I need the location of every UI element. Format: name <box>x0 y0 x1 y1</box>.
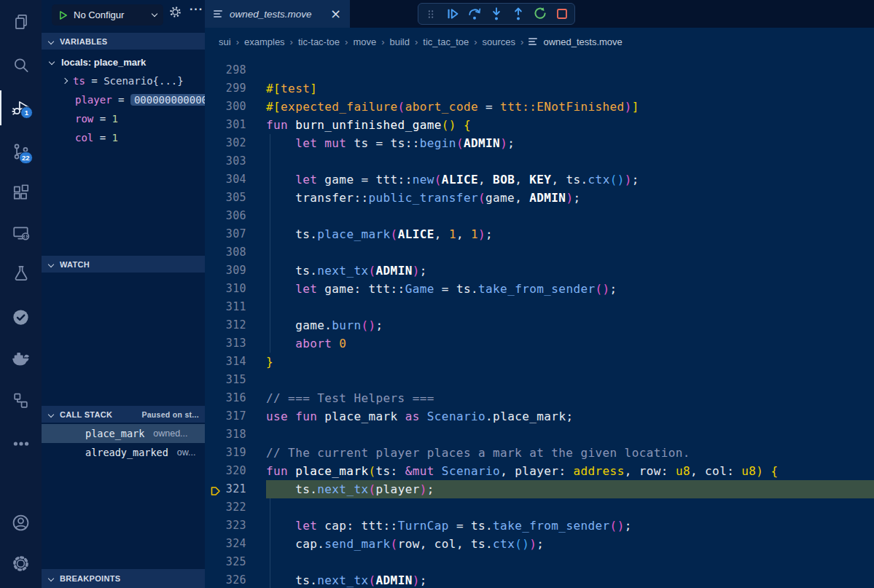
code-line-content[interactable]: // === Test Helpers === <box>266 389 874 407</box>
checks-icon[interactable] <box>0 298 42 336</box>
line-number-306[interactable]: 306 <box>205 207 266 225</box>
line-number-305[interactable]: 305 <box>205 189 266 207</box>
line-number-307[interactable]: 307 <box>205 225 266 243</box>
start-debug-icon[interactable] <box>58 10 68 20</box>
launch-config-dropdown[interactable]: No Configur <box>52 4 163 26</box>
code-line-content[interactable] <box>266 298 874 316</box>
restart-button[interactable] <box>533 7 547 21</box>
line-number-319[interactable]: 319 <box>205 444 266 462</box>
code-line-content[interactable]: } <box>266 353 874 371</box>
code-line-content[interactable]: let game = ttt::new(ALICE, BOB, KEY, ts.… <box>266 170 874 189</box>
stack-frame-already_marked[interactable]: already_markedow... <box>42 443 205 462</box>
extensions-icon[interactable] <box>0 173 42 211</box>
breadcrumb-item-examples[interactable]: examples <box>244 36 285 47</box>
breadcrumb-item-move[interactable]: move <box>353 36 376 47</box>
line-number-317[interactable]: 317 <box>205 407 266 426</box>
line-number-308[interactable]: 308 <box>205 243 266 262</box>
settings-gear-icon[interactable] <box>0 544 42 582</box>
line-number-299[interactable]: 299 <box>205 79 266 98</box>
code-line-content[interactable] <box>266 371 874 389</box>
watch-section-header[interactable]: WATCH <box>42 256 205 273</box>
code-line-content[interactable]: transfer::public_transfer(game, ADMIN); <box>266 189 874 207</box>
breadcrumb-item-tic-tac-toe[interactable]: tic-tac-toe <box>298 36 340 47</box>
code-line-content[interactable]: fun place_mark(ts: &mut Scenario, player… <box>266 462 874 480</box>
variable-player[interactable]: player = 000000000000… <box>42 90 205 109</box>
stop-button[interactable] <box>555 7 569 21</box>
line-number-312[interactable]: 312 <box>205 316 266 334</box>
variables-section-header[interactable]: VARIABLES <box>42 33 205 50</box>
line-number-301[interactable]: 301 <box>205 116 266 134</box>
variable-col[interactable]: col = 1 <box>42 128 205 147</box>
line-number-324[interactable]: 324 <box>205 535 266 553</box>
step-into-button[interactable] <box>489 7 504 21</box>
code-line-content[interactable]: game.burn(); <box>266 316 874 334</box>
line-number-302[interactable]: 302 <box>205 134 266 152</box>
breadcrumb-item-sources[interactable]: sources <box>483 36 516 47</box>
breakpoints-section-header[interactable]: BREAKPOINTS <box>42 569 205 588</box>
line-number-298[interactable]: 298 <box>205 61 266 79</box>
line-number-310[interactable]: 310 <box>205 280 266 298</box>
close-icon[interactable]: × <box>330 7 341 20</box>
code-line-content[interactable]: #[test] <box>266 79 874 98</box>
code-line-content[interactable]: use fun place_mark as Scenario.place_mar… <box>266 407 874 426</box>
more-views-icon[interactable] <box>0 425 42 463</box>
line-number-320[interactable]: 320 <box>205 462 266 480</box>
variables-scope-row[interactable]: locals: place_mark <box>42 52 205 71</box>
explorer-icon[interactable] <box>0 3 42 41</box>
search-icon[interactable] <box>0 47 42 85</box>
line-number-309[interactable]: 309 <box>205 262 266 280</box>
toolbar-drag-handle[interactable] <box>424 7 438 21</box>
code-line-content[interactable]: let cap: ttt::TurnCap = ts.take_from_sen… <box>266 517 874 535</box>
stack-frame-place_mark[interactable]: place_markowned... <box>42 424 205 443</box>
code-line-content[interactable]: ts.next_tx(player); <box>266 480 874 498</box>
line-number-316[interactable]: 316 <box>205 389 266 407</box>
line-number-300[interactable]: 300 <box>205 98 266 116</box>
line-number-326[interactable]: 326 <box>205 571 266 588</box>
code-line-content[interactable]: abort 0 <box>266 334 874 353</box>
run-and-debug-icon[interactable]: 1 <box>0 89 42 127</box>
line-number-325[interactable]: 325 <box>205 553 266 571</box>
call-stack-section-header[interactable]: CALL STACK Paused on st... <box>42 406 205 423</box>
code-line-content[interactable]: fun burn_unfinished_game() { <box>266 116 874 134</box>
outline-symbols-icon[interactable] <box>0 381 42 419</box>
breadcrumb-item-tic_tac_toe[interactable]: tic_tac_toe <box>423 36 469 47</box>
line-number-315[interactable]: 315 <box>205 371 266 389</box>
code-line-content[interactable] <box>266 426 874 444</box>
code-line-content[interactable] <box>266 207 874 225</box>
tab-owned-tests-move[interactable]: owned_tests.move × <box>205 0 350 28</box>
line-number-314[interactable]: 314 <box>205 353 266 371</box>
line-number-318[interactable]: 318 <box>205 426 266 444</box>
code-line-content[interactable] <box>266 243 874 262</box>
line-number-304[interactable]: 304 <box>205 170 266 189</box>
code-line-content[interactable] <box>266 553 874 571</box>
line-number-311[interactable]: 311 <box>205 298 266 316</box>
source-control-icon[interactable]: 22 <box>0 133 42 170</box>
code-line-content[interactable] <box>266 152 874 170</box>
code-line-content[interactable]: ts.next_tx(ADMIN); <box>266 571 874 588</box>
line-number-322[interactable]: 322 <box>205 498 266 517</box>
code-line-content[interactable] <box>266 61 874 79</box>
variable-row[interactable]: row = 1 <box>42 109 205 128</box>
variable-ts[interactable]: ts = Scenario{...} <box>42 71 205 90</box>
breadcrumb-item-sui[interactable]: sui <box>219 36 231 47</box>
line-number-303[interactable]: 303 <box>205 152 266 170</box>
code-line-content[interactable]: cap.send_mark(row, col, ts.ctx()); <box>266 535 874 553</box>
remote-explorer-icon[interactable] <box>0 214 42 252</box>
code-line-content[interactable]: // The current player places a mark at t… <box>266 444 874 462</box>
account-icon[interactable] <box>0 503 42 541</box>
debug-settings-gear-icon[interactable] <box>168 5 182 22</box>
debug-more-actions-icon[interactable]: ··· <box>190 3 203 16</box>
code-line-content[interactable]: let game: ttt::Game = ts.take_from_sende… <box>266 280 874 298</box>
step-over-button[interactable] <box>467 7 482 21</box>
step-out-button[interactable] <box>511 7 526 21</box>
code-line-content[interactable]: ts.place_mark(ALICE, 1, 1); <box>266 225 874 243</box>
code-line-content[interactable] <box>266 498 874 517</box>
code-line-content[interactable]: ts.next_tx(ADMIN); <box>266 262 874 280</box>
line-number-313[interactable]: 313 <box>205 334 266 353</box>
breadcrumb-file[interactable]: owned_tests.move <box>528 36 622 47</box>
code-line-content[interactable]: #[expected_failure(abort_code = ttt::ENo… <box>266 98 874 116</box>
breadcrumb-item-build[interactable]: build <box>390 36 410 47</box>
docker-icon[interactable] <box>0 338 42 376</box>
line-number-321[interactable]: 321 <box>205 480 266 498</box>
continue-button[interactable] <box>445 7 460 21</box>
